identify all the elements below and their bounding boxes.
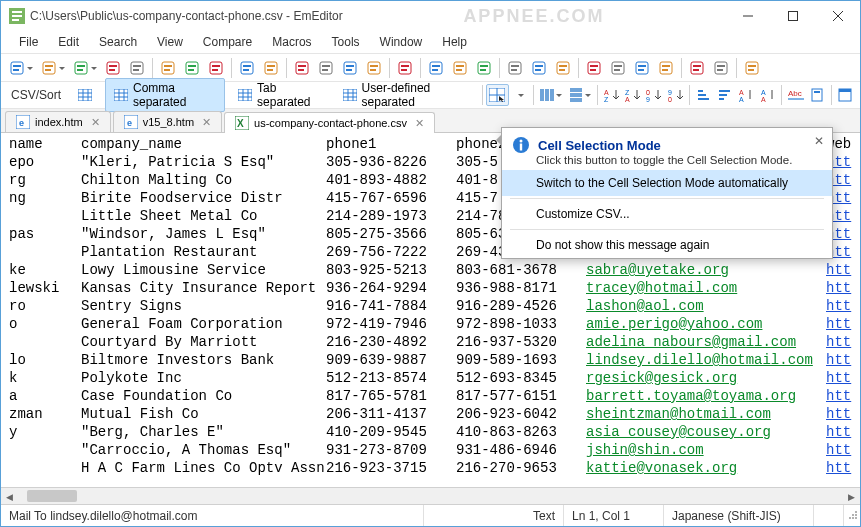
cell[interactable]: lo bbox=[9, 351, 81, 369]
record-macro-icon[interactable] bbox=[685, 57, 709, 79]
csv-mode-1[interactable]: Tab separated bbox=[229, 78, 329, 112]
menu-window[interactable]: Window bbox=[370, 33, 433, 51]
menu-file[interactable]: File bbox=[9, 33, 48, 51]
menu-edit[interactable]: Edit bbox=[48, 33, 89, 51]
cell[interactable]: 401-893-4882 bbox=[326, 171, 456, 189]
cell[interactable]: ro bbox=[9, 297, 81, 315]
font-size-icon[interactable] bbox=[582, 57, 606, 79]
popover-item-0[interactable]: Switch to the Cell Selection Mode automa… bbox=[502, 170, 832, 196]
cell[interactable]: 269-756-7222 bbox=[326, 243, 456, 261]
paste-icon[interactable] bbox=[204, 57, 228, 79]
cell[interactable]: jshin@shin.com bbox=[586, 441, 826, 459]
new-doc-icon[interactable] bbox=[5, 57, 37, 79]
cell[interactable]: 817-765-5781 bbox=[326, 387, 456, 405]
web-link[interactable]: htt bbox=[826, 352, 851, 368]
wrap-icon[interactable] bbox=[424, 57, 448, 79]
table-row[interactable]: aCase Foundation Co817-765-5781817-577-6… bbox=[9, 387, 860, 405]
refresh-icon[interactable] bbox=[125, 57, 149, 79]
cell[interactable]: "Carroccio, A Thomas Esq" bbox=[81, 441, 326, 459]
sort-asc-text-icon[interactable]: AZ bbox=[601, 84, 622, 106]
cell[interactable]: y bbox=[9, 423, 81, 441]
cell[interactable]: 931-273-8709 bbox=[326, 441, 456, 459]
minimize-button[interactable] bbox=[725, 1, 770, 31]
web-link[interactable]: htt bbox=[826, 316, 851, 332]
cell[interactable]: 214-289-1973 bbox=[326, 207, 456, 225]
status-doc-type[interactable]: Text bbox=[424, 505, 564, 526]
email-link[interactable]: lashon@aol.com bbox=[586, 298, 704, 314]
cell[interactable]: "Kleri, Patricia S Esq" bbox=[81, 153, 326, 171]
cell[interactable]: 916-741-7884 bbox=[326, 297, 456, 315]
sort-desc-num-icon[interactable]: 90 bbox=[665, 84, 686, 106]
cell[interactable]: htt bbox=[826, 351, 860, 369]
cell[interactable]: 216-270-9653 bbox=[456, 459, 586, 477]
cut-icon[interactable] bbox=[156, 57, 180, 79]
cell[interactable]: htt bbox=[826, 387, 860, 405]
save-all-icon[interactable] bbox=[101, 57, 125, 79]
cell[interactable]: Birite Foodservice Distr bbox=[81, 189, 326, 207]
email-link[interactable]: rgesick@gesick.org bbox=[586, 370, 737, 386]
cell[interactable]: 803-925-5213 bbox=[326, 261, 456, 279]
tab-close-icon[interactable]: ✕ bbox=[202, 116, 211, 129]
email-link[interactable]: jshin@shin.com bbox=[586, 442, 704, 458]
cell[interactable]: Chilton Malting Co bbox=[81, 171, 326, 189]
web-link[interactable]: htt bbox=[826, 406, 851, 422]
bookmark-icon[interactable] bbox=[807, 84, 828, 106]
wrap-window-icon[interactable] bbox=[472, 57, 496, 79]
cell[interactable]: Plantation Restaurant bbox=[81, 243, 326, 261]
run-macro-icon[interactable] bbox=[709, 57, 733, 79]
web-link[interactable]: htt bbox=[826, 262, 851, 278]
undo-icon[interactable] bbox=[235, 57, 259, 79]
sort-words-asc-icon[interactable]: AA bbox=[736, 84, 757, 106]
table-row[interactable]: roSentry Signs916-741-7884916-289-4526la… bbox=[9, 297, 860, 315]
cell[interactable]: 512-213-8574 bbox=[326, 369, 456, 387]
cell[interactable]: lindsey.dilello@hotmail.com bbox=[586, 351, 826, 369]
table-row[interactable]: keLowy Limousine Service803-925-5213803-… bbox=[9, 261, 860, 279]
cell[interactable]: pas bbox=[9, 225, 81, 243]
cell[interactable]: Polykote Inc bbox=[81, 369, 326, 387]
cell[interactable]: 805-275-3566 bbox=[326, 225, 456, 243]
cell[interactable]: 206-311-4137 bbox=[326, 405, 456, 423]
web-link[interactable]: htt bbox=[826, 442, 851, 458]
web-link[interactable]: htt bbox=[826, 370, 851, 386]
remove-duplicates-icon[interactable]: Abc bbox=[785, 84, 806, 106]
cell[interactable]: htt bbox=[826, 441, 860, 459]
popover-item-2[interactable]: Do not show this message again bbox=[502, 232, 832, 258]
close-button[interactable] bbox=[815, 1, 860, 31]
cell[interactable]: ke bbox=[9, 261, 81, 279]
cell[interactable]: 972-419-7946 bbox=[326, 315, 456, 333]
email-link[interactable]: tracey@hotmail.com bbox=[586, 280, 737, 296]
cell[interactable]: o bbox=[9, 315, 81, 333]
email-link[interactable]: amie.perigo@yahoo.com bbox=[586, 316, 762, 332]
cell[interactable]: "Windsor, James L Esq" bbox=[81, 225, 326, 243]
cell[interactable]: Lowy Limousine Service bbox=[81, 261, 326, 279]
find-prev-icon[interactable] bbox=[338, 57, 362, 79]
menu-view[interactable]: View bbox=[147, 33, 193, 51]
menu-compare[interactable]: Compare bbox=[193, 33, 262, 51]
plugin-b-icon[interactable] bbox=[527, 57, 551, 79]
horizontal-scrollbar[interactable]: ◀ ▶ bbox=[1, 487, 860, 504]
cell[interactable]: "Berg, Charles E" bbox=[81, 423, 326, 441]
cell[interactable]: ng bbox=[9, 189, 81, 207]
cell[interactable]: 803-681-3678 bbox=[456, 261, 586, 279]
sort-desc-text-icon[interactable]: ZA bbox=[622, 84, 643, 106]
cell[interactable]: htt bbox=[826, 297, 860, 315]
cell[interactable]: 410-209-9545 bbox=[326, 423, 456, 441]
csv-sort-label[interactable]: CSV/Sort bbox=[5, 86, 67, 104]
cell[interactable]: 931-486-6946 bbox=[456, 441, 586, 459]
save-icon[interactable] bbox=[69, 57, 101, 79]
scroll-thumb[interactable] bbox=[27, 490, 77, 502]
cell[interactable]: sheintzman@hotmail.com bbox=[586, 405, 826, 423]
cell[interactable]: 909-639-9887 bbox=[326, 351, 456, 369]
cell[interactable]: 216-937-5320 bbox=[456, 333, 586, 351]
tab-0[interactable]: eindex.htm✕ bbox=[5, 111, 111, 132]
cell[interactable]: 936-988-8171 bbox=[456, 279, 586, 297]
cell[interactable]: 936-264-9294 bbox=[326, 279, 456, 297]
columns-tool[interactable] bbox=[537, 84, 565, 106]
cell[interactable]: Little Sheet Metal Co bbox=[81, 207, 326, 225]
scroll-left-arrow-icon[interactable]: ◀ bbox=[1, 488, 18, 504]
menu-macros[interactable]: Macros bbox=[262, 33, 321, 51]
sort-asc-num-icon[interactable]: 09 bbox=[644, 84, 665, 106]
find-icon[interactable] bbox=[290, 57, 314, 79]
cell[interactable]: Courtyard By Marriott bbox=[81, 333, 326, 351]
cell-selection-mode-button[interactable] bbox=[486, 84, 509, 106]
